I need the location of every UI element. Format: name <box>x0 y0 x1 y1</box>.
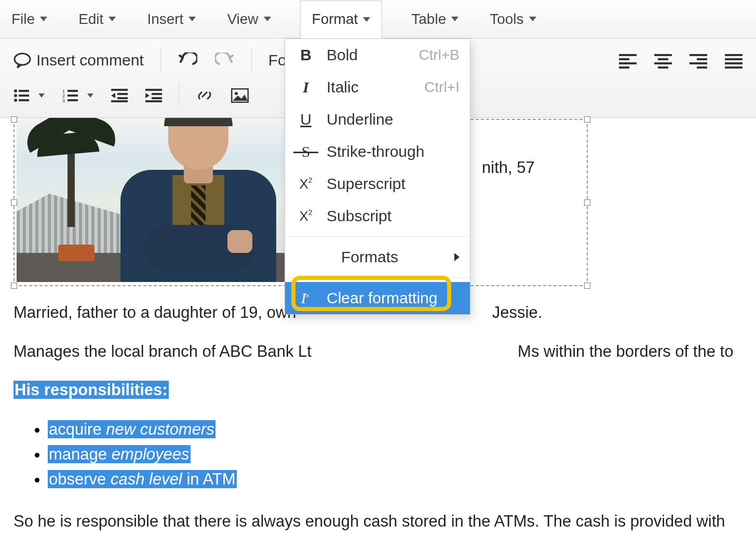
caret-down-icon <box>40 17 47 21</box>
menu-table[interactable]: Table <box>409 0 461 38</box>
svg-rect-4 <box>19 95 29 97</box>
image-icon <box>231 88 249 103</box>
menu-tools[interactable]: Tools <box>488 0 538 38</box>
document-image <box>17 118 287 282</box>
align-justify-button[interactable] <box>721 52 747 69</box>
undo-button[interactable] <box>173 50 201 70</box>
menu-format-label: Format <box>312 11 358 28</box>
superscript-icon: X2 <box>295 176 316 192</box>
svg-rect-12 <box>68 99 78 101</box>
svg-point-1 <box>14 89 17 92</box>
svg-rect-6 <box>19 99 29 101</box>
format-dropdown: B Bold Ctrl+B I Italic Ctrl+I U Underlin… <box>285 38 470 315</box>
menu-item-label: Formats <box>295 248 444 266</box>
insert-image-button[interactable] <box>227 86 253 105</box>
text-fragment: Married, father to a daughter of 19, own <box>14 303 296 321</box>
svg-point-3 <box>14 94 17 97</box>
caret-down-icon <box>109 17 116 21</box>
svg-rect-10 <box>68 95 78 97</box>
align-center-button[interactable] <box>650 52 676 69</box>
selected-text: acquire <box>49 420 106 438</box>
link-icon <box>196 88 213 103</box>
menu-view-label: View <box>227 11 258 28</box>
svg-text:3: 3 <box>62 98 65 102</box>
redo-button[interactable] <box>211 50 239 70</box>
menu-item-label: Italic <box>327 78 359 96</box>
menu-file-label: File <box>11 11 35 28</box>
caret-down-icon <box>188 17 196 21</box>
svg-rect-8 <box>68 90 78 92</box>
indent-icon <box>145 89 162 102</box>
svg-rect-16 <box>111 100 128 102</box>
caret-down-icon <box>363 17 370 22</box>
toolbar-separator <box>251 49 252 72</box>
outdent-icon <box>111 89 128 102</box>
menu-view[interactable]: View <box>225 0 273 38</box>
format-underline[interactable]: U Underline <box>285 103 470 136</box>
align-right-button[interactable] <box>685 52 711 69</box>
menu-separator <box>285 236 470 237</box>
menu-item-shortcut: Ctrl+I <box>424 79 460 96</box>
menu-item-shortcut: Ctrl+B <box>419 47 460 63</box>
menu-format[interactable]: Format <box>300 1 383 38</box>
menu-insert-label: Insert <box>147 11 183 28</box>
menu-tools-label: Tools <box>490 11 523 28</box>
svg-point-0 <box>15 53 30 65</box>
bold-icon: B <box>295 46 316 64</box>
align-justify-icon <box>725 54 743 66</box>
menu-item-label: Underline <box>327 111 393 128</box>
caret-down-icon <box>87 93 93 98</box>
bullet-list-button[interactable] <box>9 87 49 104</box>
selected-text-italic: employees <box>112 445 190 463</box>
insert-comment-button[interactable]: Insert comment <box>9 49 148 71</box>
text-fragment: Jessie. <box>492 303 542 321</box>
format-formats-submenu[interactable]: Formats <box>285 241 470 273</box>
indent-button[interactable] <box>141 87 166 104</box>
menu-item-label: Clear formatting <box>327 289 437 307</box>
selected-text: manage <box>49 445 112 463</box>
subscript-icon: X2 <box>295 208 316 224</box>
menu-file[interactable]: File <box>9 0 49 38</box>
list-item: observe cash level in ATM <box>48 467 743 492</box>
svg-rect-14 <box>117 93 128 95</box>
underline-icon: U <box>295 111 316 128</box>
bullet-list: acquire new customers manage employees o… <box>48 417 743 492</box>
bullet-list-icon <box>14 89 30 102</box>
selected-text: His responsibilities: <box>15 381 168 399</box>
insert-link-button[interactable] <box>192 86 218 105</box>
align-left-icon <box>619 54 637 66</box>
format-clear-formatting[interactable]: I× Clear formatting <box>285 282 470 314</box>
svg-rect-2 <box>19 90 29 92</box>
list-item: manage employees <box>48 442 743 467</box>
menu-table-label: Table <box>411 11 446 28</box>
numbered-list-button[interactable]: 123 <box>58 87 98 104</box>
menu-item-label: Subscript <box>327 207 392 225</box>
list-item: acquire new customers <box>48 417 743 442</box>
svg-rect-17 <box>145 89 162 91</box>
menu-item-label: Strike-through <box>327 143 424 160</box>
svg-rect-13 <box>111 89 128 91</box>
caret-down-icon <box>264 17 271 21</box>
align-right-icon <box>690 54 707 66</box>
paragraph: Manages the local branch of ABC Bank Lt … <box>14 340 743 364</box>
format-superscript[interactable]: X2 Superscript <box>285 168 470 200</box>
svg-point-5 <box>14 99 17 102</box>
text-fragment: Manages the local branch of ABC Bank Lt <box>14 342 312 360</box>
format-bold[interactable]: B Bold Ctrl+B <box>285 39 470 71</box>
outdent-button[interactable] <box>107 87 132 104</box>
svg-rect-18 <box>152 93 162 95</box>
menu-item-label: Bold <box>327 46 358 64</box>
format-italic[interactable]: I Italic Ctrl+I <box>285 71 470 103</box>
format-subscript[interactable]: X2 Subscript <box>285 200 470 232</box>
wrapped-text-fragment: nith, 57 <box>482 158 535 177</box>
insert-comment-label: Insert comment <box>36 51 144 69</box>
align-left-button[interactable] <box>615 52 641 69</box>
svg-rect-19 <box>152 97 162 99</box>
menu-item-label: Superscript <box>327 175 406 193</box>
format-strikethrough[interactable]: S Strike-through <box>285 136 470 168</box>
menu-edit[interactable]: Edit <box>76 0 118 38</box>
italic-icon: I <box>295 78 316 96</box>
clear-formatting-icon: I× <box>295 289 316 307</box>
menu-insert[interactable]: Insert <box>145 0 198 38</box>
strikethrough-icon: S <box>295 143 316 160</box>
